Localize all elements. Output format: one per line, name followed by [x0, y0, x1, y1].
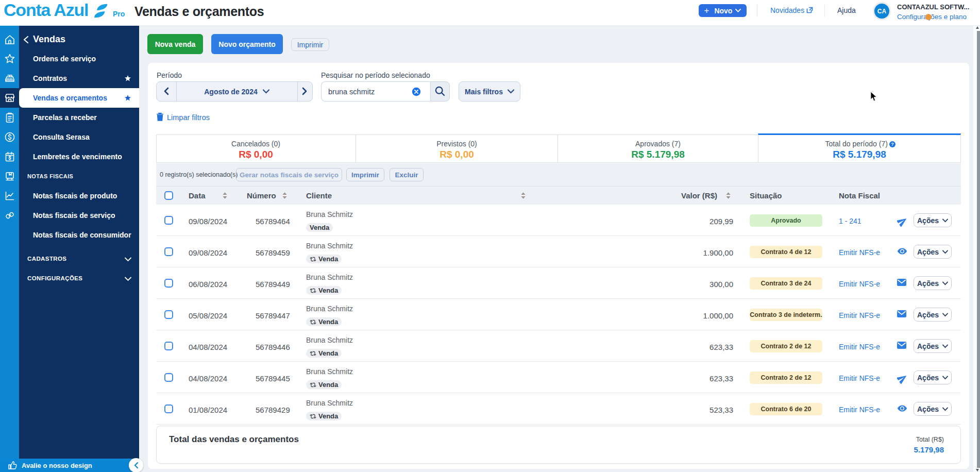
svg-text:?: ?: [891, 142, 894, 147]
